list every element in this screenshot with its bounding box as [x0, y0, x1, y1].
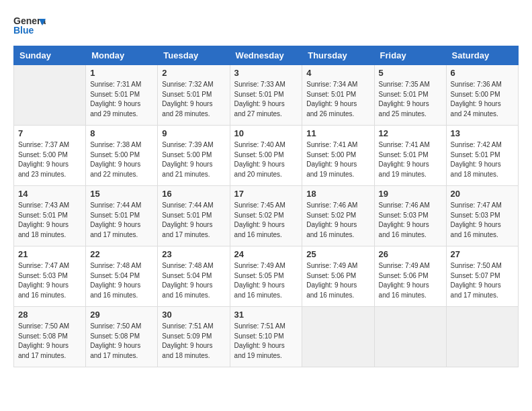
- day-number: 24: [234, 249, 298, 259]
- day-info: Sunrise: 7:45 AMSunset: 5:02 PMDaylight:…: [234, 201, 298, 240]
- calendar-table: Sunday Monday Tuesday Wednesday Thursday…: [13, 46, 519, 367]
- day-info: Sunrise: 7:40 AMSunset: 5:00 PMDaylight:…: [234, 140, 298, 179]
- day-info: Sunrise: 7:39 AMSunset: 5:00 PMDaylight:…: [162, 140, 225, 179]
- calendar-cell: 27Sunrise: 7:50 AMSunset: 5:07 PMDayligh…: [446, 246, 518, 307]
- day-number: 26: [379, 249, 442, 259]
- week-row-3: 14Sunrise: 7:43 AMSunset: 5:01 PMDayligh…: [14, 186, 519, 246]
- logo: General Blue: [13, 13, 46, 39]
- col-thursday: Thursday: [302, 46, 374, 65]
- calendar-cell: [446, 307, 518, 367]
- day-info: Sunrise: 7:47 AMSunset: 5:03 PMDaylight:…: [18, 261, 81, 300]
- col-wednesday: Wednesday: [230, 46, 302, 65]
- day-number: 9: [162, 128, 225, 138]
- calendar-cell: [14, 65, 86, 126]
- day-info: Sunrise: 7:44 AMSunset: 5:01 PMDaylight:…: [90, 201, 153, 240]
- day-number: 28: [18, 310, 81, 320]
- day-number: 7: [18, 128, 81, 138]
- calendar-cell: 21Sunrise: 7:47 AMSunset: 5:03 PMDayligh…: [14, 246, 86, 307]
- day-number: 19: [379, 189, 442, 199]
- day-info: Sunrise: 7:41 AMSunset: 5:01 PMDaylight:…: [379, 140, 442, 179]
- calendar-cell: 1Sunrise: 7:31 AMSunset: 5:01 PMDaylight…: [86, 65, 158, 126]
- day-number: 27: [451, 249, 514, 259]
- day-number: 29: [90, 310, 153, 320]
- calendar-cell: 15Sunrise: 7:44 AMSunset: 5:01 PMDayligh…: [86, 186, 158, 246]
- day-number: 20: [451, 189, 514, 199]
- day-number: 16: [162, 189, 225, 199]
- day-info: Sunrise: 7:43 AMSunset: 5:01 PMDaylight:…: [18, 201, 81, 240]
- day-number: 13: [451, 128, 514, 138]
- calendar-cell: 10Sunrise: 7:40 AMSunset: 5:00 PMDayligh…: [230, 126, 302, 186]
- day-number: 6: [451, 68, 514, 78]
- calendar-cell: 19Sunrise: 7:46 AMSunset: 5:03 PMDayligh…: [374, 186, 446, 246]
- calendar-cell: 16Sunrise: 7:44 AMSunset: 5:01 PMDayligh…: [158, 186, 230, 246]
- calendar-cell: 9Sunrise: 7:39 AMSunset: 5:00 PMDaylight…: [158, 126, 230, 186]
- day-number: 17: [234, 189, 298, 199]
- calendar-cell: 11Sunrise: 7:41 AMSunset: 5:00 PMDayligh…: [302, 126, 374, 186]
- day-info: Sunrise: 7:38 AMSunset: 5:00 PMDaylight:…: [90, 140, 153, 179]
- day-number: 8: [90, 128, 153, 138]
- svg-text:Blue: Blue: [13, 25, 34, 36]
- calendar-cell: [374, 307, 446, 367]
- day-number: 18: [306, 189, 369, 199]
- col-monday: Monday: [86, 46, 158, 65]
- calendar-cell: 6Sunrise: 7:36 AMSunset: 5:00 PMDaylight…: [446, 65, 518, 126]
- calendar-cell: 2Sunrise: 7:32 AMSunset: 5:01 PMDaylight…: [158, 65, 230, 126]
- day-info: Sunrise: 7:50 AMSunset: 5:08 PMDaylight:…: [90, 322, 153, 361]
- day-number: 11: [306, 128, 369, 138]
- day-info: Sunrise: 7:51 AMSunset: 5:09 PMDaylight:…: [162, 322, 225, 361]
- col-friday: Friday: [374, 46, 446, 65]
- day-info: Sunrise: 7:32 AMSunset: 5:01 PMDaylight:…: [162, 80, 225, 119]
- day-number: 21: [18, 249, 81, 259]
- day-number: 15: [90, 189, 153, 199]
- day-info: Sunrise: 7:49 AMSunset: 5:06 PMDaylight:…: [379, 261, 442, 300]
- week-row-4: 21Sunrise: 7:47 AMSunset: 5:03 PMDayligh…: [14, 246, 519, 307]
- calendar-cell: 12Sunrise: 7:41 AMSunset: 5:01 PMDayligh…: [374, 126, 446, 186]
- day-number: 2: [162, 68, 225, 78]
- day-info: Sunrise: 7:50 AMSunset: 5:07 PMDaylight:…: [451, 261, 514, 300]
- calendar-cell: 31Sunrise: 7:51 AMSunset: 5:10 PMDayligh…: [230, 307, 302, 367]
- week-row-2: 7Sunrise: 7:37 AMSunset: 5:00 PMDaylight…: [14, 126, 519, 186]
- calendar-cell: 5Sunrise: 7:35 AMSunset: 5:01 PMDaylight…: [374, 65, 446, 126]
- calendar-cell: 13Sunrise: 7:42 AMSunset: 5:01 PMDayligh…: [446, 126, 518, 186]
- day-info: Sunrise: 7:36 AMSunset: 5:00 PMDaylight:…: [451, 80, 514, 119]
- calendar-cell: 22Sunrise: 7:48 AMSunset: 5:04 PMDayligh…: [86, 246, 158, 307]
- logo-icon: General Blue: [13, 13, 46, 39]
- day-info: Sunrise: 7:51 AMSunset: 5:10 PMDaylight:…: [234, 322, 298, 361]
- day-number: 25: [306, 249, 369, 259]
- page-header: General Blue: [13, 13, 519, 39]
- calendar-cell: 29Sunrise: 7:50 AMSunset: 5:08 PMDayligh…: [86, 307, 158, 367]
- calendar-cell: 30Sunrise: 7:51 AMSunset: 5:09 PMDayligh…: [158, 307, 230, 367]
- day-info: Sunrise: 7:48 AMSunset: 5:04 PMDaylight:…: [162, 261, 225, 300]
- day-info: Sunrise: 7:50 AMSunset: 5:08 PMDaylight:…: [18, 322, 81, 361]
- week-row-1: 1Sunrise: 7:31 AMSunset: 5:01 PMDaylight…: [14, 65, 519, 126]
- calendar-cell: 3Sunrise: 7:33 AMSunset: 5:01 PMDaylight…: [230, 65, 302, 126]
- calendar-cell: 23Sunrise: 7:48 AMSunset: 5:04 PMDayligh…: [158, 246, 230, 307]
- day-info: Sunrise: 7:35 AMSunset: 5:01 PMDaylight:…: [379, 80, 442, 119]
- calendar-cell: [302, 307, 374, 367]
- day-number: 4: [306, 68, 369, 78]
- day-number: 12: [379, 128, 442, 138]
- day-info: Sunrise: 7:42 AMSunset: 5:01 PMDaylight:…: [451, 140, 514, 179]
- col-saturday: Saturday: [446, 46, 518, 65]
- day-info: Sunrise: 7:31 AMSunset: 5:01 PMDaylight:…: [90, 80, 153, 119]
- day-info: Sunrise: 7:46 AMSunset: 5:02 PMDaylight:…: [306, 201, 369, 240]
- day-number: 31: [234, 310, 298, 320]
- day-info: Sunrise: 7:41 AMSunset: 5:00 PMDaylight:…: [306, 140, 369, 179]
- calendar-cell: 8Sunrise: 7:38 AMSunset: 5:00 PMDaylight…: [86, 126, 158, 186]
- calendar-header-row: Sunday Monday Tuesday Wednesday Thursday…: [14, 46, 519, 65]
- calendar-cell: 24Sunrise: 7:49 AMSunset: 5:05 PMDayligh…: [230, 246, 302, 307]
- calendar-cell: 4Sunrise: 7:34 AMSunset: 5:01 PMDaylight…: [302, 65, 374, 126]
- day-number: 1: [90, 68, 153, 78]
- day-info: Sunrise: 7:46 AMSunset: 5:03 PMDaylight:…: [379, 201, 442, 240]
- day-number: 14: [18, 189, 81, 199]
- calendar-cell: 7Sunrise: 7:37 AMSunset: 5:00 PMDaylight…: [14, 126, 86, 186]
- day-info: Sunrise: 7:48 AMSunset: 5:04 PMDaylight:…: [90, 261, 153, 300]
- calendar-cell: 26Sunrise: 7:49 AMSunset: 5:06 PMDayligh…: [374, 246, 446, 307]
- day-number: 30: [162, 310, 225, 320]
- col-tuesday: Tuesday: [158, 46, 230, 65]
- col-sunday: Sunday: [14, 46, 86, 65]
- day-info: Sunrise: 7:49 AMSunset: 5:05 PMDaylight:…: [234, 261, 298, 300]
- day-number: 3: [234, 68, 298, 78]
- day-info: Sunrise: 7:37 AMSunset: 5:00 PMDaylight:…: [18, 140, 81, 179]
- day-info: Sunrise: 7:44 AMSunset: 5:01 PMDaylight:…: [162, 201, 225, 240]
